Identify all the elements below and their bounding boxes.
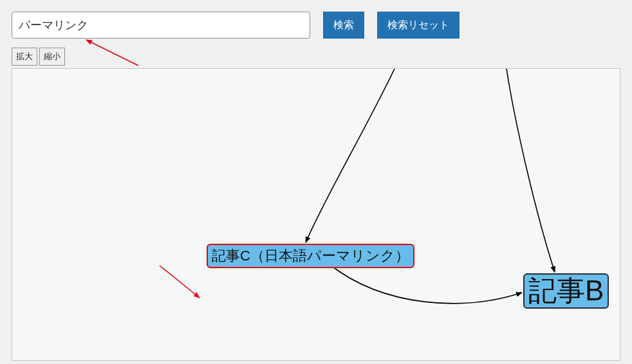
node-c-label: 記事C（日本語パーマリンク） — [207, 244, 414, 268]
node-b-label: 記事B — [523, 273, 609, 309]
controls-row: 検索 検索リセット — [12, 12, 620, 39]
search-button[interactable]: 検索 — [323, 12, 364, 39]
node-c[interactable]: 記事C（日本語パーマリンク） — [207, 244, 414, 268]
node-b[interactable]: 記事B — [523, 273, 609, 309]
zoom-out-button[interactable]: 縮小 — [39, 48, 65, 66]
search-reset-button[interactable]: 検索リセット — [377, 12, 460, 39]
graph-canvas[interactable]: 記事C（日本語パーマリンク） 記事B — [12, 68, 620, 361]
edge-c-to-b — [330, 265, 522, 304]
search-input[interactable] — [12, 12, 310, 39]
graph-edges — [12, 69, 620, 361]
edge-to-b — [507, 69, 555, 272]
zoom-in-button[interactable]: 拡大 — [12, 48, 37, 66]
edge-to-c — [306, 69, 395, 242]
zoom-row: 拡大 縮小 — [12, 48, 620, 66]
